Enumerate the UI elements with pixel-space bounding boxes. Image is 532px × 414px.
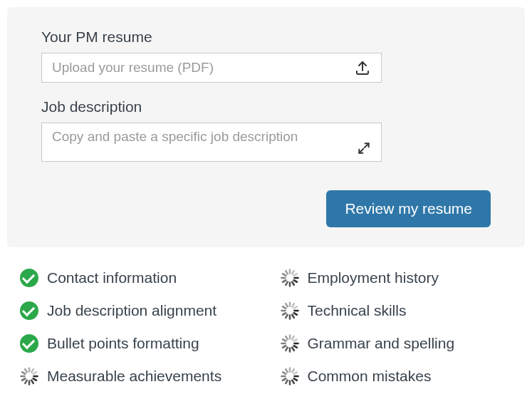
svg-line-19 (283, 306, 286, 309)
svg-line-31 (283, 339, 286, 341)
svg-line-16 (286, 315, 288, 318)
svg-line-43 (22, 372, 25, 374)
spinner-icon (281, 301, 299, 320)
check-icon (281, 269, 299, 287)
check-item-employment-history: Employment history (281, 269, 513, 287)
form-panel: Your PM resume Upload your resume (PDF) … (7, 7, 525, 247)
check-label: Common mistakes (308, 368, 432, 385)
svg-line-5 (283, 280, 286, 282)
spinner-icon (281, 334, 299, 353)
svg-line-14 (292, 315, 294, 318)
svg-line-58 (292, 369, 294, 372)
svg-line-35 (293, 339, 296, 341)
check-label: Job description alignment (47, 302, 217, 319)
svg-line-11 (293, 274, 296, 276)
check-icon (281, 367, 299, 385)
svg-line-53 (283, 378, 286, 381)
check-item-job-description-alignment: Job description alignment (20, 301, 252, 320)
svg-line-59 (293, 372, 296, 374)
check-icon (281, 301, 299, 320)
svg-line-56 (286, 369, 288, 372)
check-item-contact-information: Contact information (20, 269, 252, 287)
check-item-common-mistakes: Common mistakes (281, 367, 513, 385)
check-item-bullet-points-formatting: Bullet points formatting (20, 334, 252, 353)
resume-upload-input[interactable]: Upload your resume (PDF) (41, 53, 382, 83)
check-icon (20, 334, 38, 353)
svg-line-7 (283, 274, 286, 276)
spinner-icon (20, 367, 38, 385)
svg-line-38 (31, 381, 33, 383)
upload-icon (354, 59, 371, 76)
check-done-icon (20, 334, 38, 353)
svg-line-29 (283, 346, 286, 348)
svg-line-25 (293, 346, 296, 348)
svg-line-13 (293, 313, 296, 315)
svg-line-2 (292, 282, 294, 285)
svg-line-20 (286, 304, 288, 306)
svg-line-32 (286, 336, 288, 339)
check-done-icon (20, 269, 38, 287)
spinner-icon (281, 269, 299, 287)
svg-line-41 (22, 378, 25, 381)
svg-line-8 (286, 271, 288, 274)
jd-field-label: Job description (41, 98, 491, 115)
jd-field-block: Job description Copy and paste a specifi… (41, 98, 491, 162)
svg-line-44 (25, 369, 27, 372)
svg-line-37 (33, 378, 36, 381)
svg-line-40 (25, 381, 27, 383)
check-icon (281, 334, 299, 353)
check-done-icon (20, 301, 38, 320)
check-label: Technical skills (308, 302, 407, 319)
svg-line-49 (293, 378, 296, 381)
svg-line-17 (283, 313, 286, 315)
check-label: Bullet points formatting (47, 335, 199, 352)
review-button[interactable]: Review my resume (326, 190, 491, 227)
jd-textarea[interactable]: Copy and paste a specific job descriptio… (41, 123, 382, 162)
svg-line-34 (292, 336, 294, 339)
svg-line-1 (293, 280, 296, 282)
svg-line-26 (292, 348, 294, 351)
svg-line-22 (292, 304, 294, 306)
svg-line-46 (31, 369, 33, 372)
check-label: Employment history (308, 269, 439, 286)
svg-line-10 (292, 271, 294, 274)
resume-field-label: Your PM resume (41, 29, 491, 46)
action-row: Review my resume (41, 190, 491, 227)
check-label: Contact information (47, 269, 177, 286)
check-label: Grammar and spelling (308, 335, 455, 352)
jd-placeholder: Copy and paste a specific job descriptio… (52, 129, 298, 145)
svg-line-4 (286, 282, 288, 285)
check-item-measurable-achievements: Measurable achievements (20, 367, 252, 385)
check-icon (20, 301, 38, 320)
check-icon (20, 269, 38, 287)
check-label: Measurable achievements (47, 368, 221, 385)
svg-line-47 (33, 372, 36, 374)
svg-line-55 (283, 372, 286, 374)
checks-grid: Contact information Employment history J… (0, 247, 532, 393)
spinner-icon (281, 367, 299, 385)
svg-line-52 (286, 381, 288, 383)
check-item-grammar-and-spelling: Grammar and spelling (281, 334, 513, 353)
check-item-technical-skills: Technical skills (281, 301, 513, 320)
svg-line-23 (293, 306, 296, 309)
svg-line-28 (286, 348, 288, 351)
check-icon (20, 367, 38, 385)
resume-field-block: Your PM resume Upload your resume (PDF) (41, 29, 491, 83)
svg-line-50 (292, 381, 294, 383)
resize-icon (357, 141, 371, 155)
resume-upload-placeholder: Upload your resume (PDF) (52, 60, 214, 76)
